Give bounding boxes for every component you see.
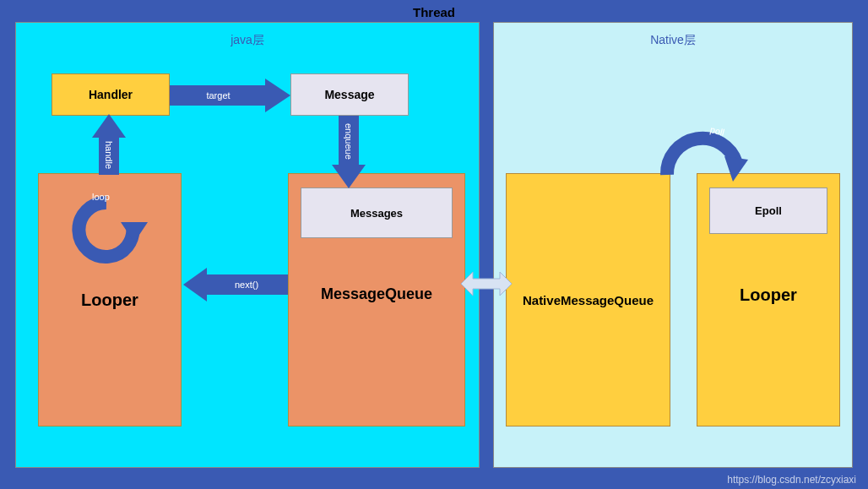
target-arrow-label: target [206,90,230,101]
handle-arrow: handle [99,116,119,175]
svg-marker-2 [92,114,126,138]
native-message-queue-node: NativeMessageQueue [506,173,670,427]
target-arrow: target [170,85,290,106]
svg-marker-5 [724,156,748,182]
handler-node: Handler [52,73,170,116]
watermark-text: https://blog.csdn.net/zcyxiaxi [727,474,856,486]
svg-marker-3 [183,268,207,302]
enqueue-arrow-label: enqueue [344,123,354,160]
message-queue-label: MessageQueue [289,285,464,303]
handler-label: Handler [89,88,133,101]
next-arrow-label: next() [235,280,258,290]
svg-marker-0 [265,79,290,112]
messages-label: Messages [350,207,403,220]
svg-marker-6 [461,272,512,296]
message-label: Message [324,88,374,101]
java-layer-panel: java层 Handler Message Looper Messages Me… [15,22,480,468]
native-layer-panel: Native层 NativeMessageQueue Epoll Looper … [493,22,853,468]
looper-label: Looper [81,291,138,310]
java-layer-title: java层 [231,33,264,48]
handle-arrow-label: handle [104,141,114,169]
native-looper-node: Epoll Looper [697,173,840,427]
poll-arrow-icon [659,122,751,190]
next-arrow: next() [182,274,288,295]
messages-inner-node: Messages [301,187,453,238]
thread-diagram: Thread java层 Handler Message Looper Mess… [0,0,868,489]
diagram-title: Thread [413,5,455,19]
bridge-arrow-icon [461,267,512,301]
message-queue-node: Messages MessageQueue [288,173,465,427]
message-node: Message [290,73,409,116]
loop-arrow-label: loop [92,192,110,202]
native-message-queue-label: NativeMessageQueue [523,293,654,307]
epoll-label: Epoll [755,204,782,217]
enqueue-arrow: enqueue [339,116,359,187]
svg-marker-1 [332,165,366,188]
epoll-node: Epoll [709,187,827,234]
native-looper-label: Looper [697,285,839,305]
native-layer-title: Native层 [650,33,696,48]
